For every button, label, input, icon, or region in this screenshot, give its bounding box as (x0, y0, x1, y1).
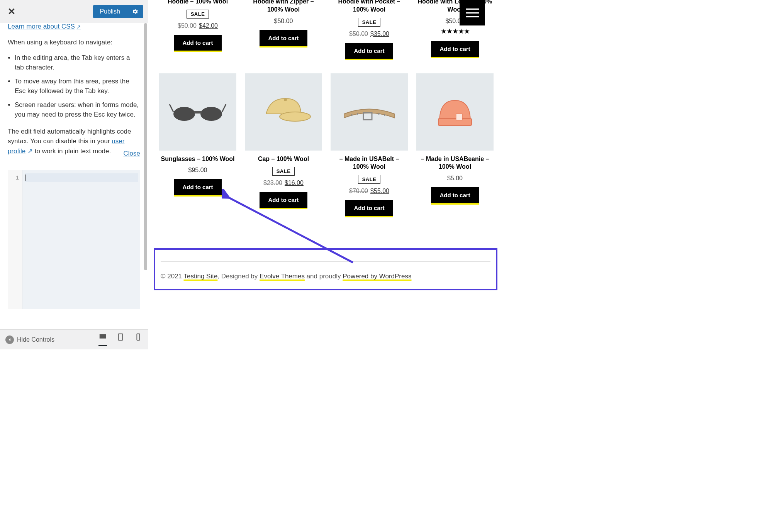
keyboard-help-list: In the editing area, the Tab key enters … (8, 53, 140, 120)
site-preview: Hoodie – 100% Wool SALE $50.00$42.00 Add… (148, 0, 508, 349)
theme-link[interactable]: Evolve Themes (260, 273, 305, 280)
product-row: Sunglasses – 100% Wool $95.00 Add to car… (148, 73, 508, 218)
footer-divider (161, 261, 490, 262)
svg-point-12 (384, 114, 385, 116)
product-price: $95.00 (188, 167, 207, 174)
add-to-cart-button[interactable]: Add to cart (174, 179, 221, 197)
line-gutter: 1 (8, 170, 22, 309)
sunglasses-icon (169, 89, 227, 135)
add-to-cart-button[interactable]: Add to cart (260, 30, 307, 47)
footer-highlight-box: © 2021 Testing Site, Designed by Evolve … (154, 248, 497, 290)
site-link[interactable]: Testing Site (183, 273, 217, 280)
learn-more-link[interactable]: Learn more about CSS ↗ (8, 23, 81, 30)
scrollbar[interactable] (144, 23, 147, 270)
product-row: Hoodie – 100% Wool SALE $50.00$42.00 Add… (148, 0, 508, 60)
svg-rect-13 (438, 119, 472, 125)
mobile-icon[interactable] (134, 333, 143, 346)
star-rating: ★★★★★ (441, 27, 470, 36)
product-card[interactable]: Hoodie with Pocket – 100% Wool SALE $50.… (331, 0, 408, 60)
product-title: – Made in USABelt – 100% Wool (331, 155, 408, 171)
help-bullet: In the editing area, the Tab key enters … (15, 53, 140, 73)
product-image (331, 73, 408, 151)
add-to-cart-button[interactable]: Add to cart (174, 35, 221, 52)
product-card[interactable]: Sunglasses – 100% Wool $95.00 Add to car… (159, 73, 236, 218)
external-link-icon: ↗ (76, 24, 81, 30)
product-price: $23.00$16.00 (263, 180, 304, 186)
product-card[interactable]: – Made in USABeanie – 100% Wool $5.00 Ad… (416, 73, 494, 218)
product-card[interactable]: Hoodie with Zipper – 100% Wool $50.00 Ad… (245, 0, 322, 60)
publish-button[interactable]: Publish (93, 5, 127, 18)
product-title: Cap – 100% Wool (258, 155, 309, 163)
product-price: $70.00$55.00 (349, 188, 389, 195)
product-price: $50.00$35.00 (349, 30, 389, 37)
publish-group: Publish (93, 5, 143, 18)
syntax-highlight-note: The edit field automatically highlights … (8, 127, 140, 159)
sale-badge: SALE (358, 175, 381, 184)
help-bullet: Screen reader users: when in forms mode,… (15, 100, 140, 120)
sidebar-footer: Hide Controls (0, 329, 148, 349)
sale-badge: SALE (272, 167, 295, 176)
product-card[interactable]: Hoodie – 100% Wool SALE $50.00$42.00 Add… (159, 0, 236, 60)
product-card[interactable]: Cap – 100% Wool SALE $23.00$16.00 Add to… (245, 73, 322, 218)
sale-badge: SALE (187, 10, 209, 19)
beanie-icon (426, 89, 484, 135)
product-title: Sunglasses – 100% Wool (161, 155, 235, 163)
product-price: $50.00 (274, 18, 293, 25)
svg-point-4 (200, 107, 222, 121)
text-cursor (25, 175, 26, 181)
settings-gear-button[interactable] (127, 5, 143, 18)
product-title: – Made in USABeanie – 100% Wool (416, 155, 494, 171)
product-card[interactable]: – Made in USABelt – 100% Wool SALE $70.0… (331, 73, 408, 218)
svg-point-9 (351, 114, 353, 116)
svg-point-3 (173, 107, 195, 121)
product-image (159, 73, 236, 151)
sidebar-header: ✕ Publish (0, 0, 148, 23)
help-bullet: To move away from this area, press the E… (15, 76, 140, 96)
add-to-cart-button[interactable]: Add to cart (431, 41, 478, 58)
svg-point-11 (378, 113, 380, 115)
add-to-cart-button[interactable]: Add to cart (345, 43, 393, 60)
svg-rect-0 (119, 334, 123, 341)
customizer-sidebar: ✕ Publish Learn more about CSS ↗ When us… (0, 0, 148, 349)
hide-controls-button[interactable]: Hide Controls (5, 335, 54, 344)
cap-icon (255, 89, 312, 135)
add-to-cart-button[interactable]: Add to cart (260, 192, 307, 209)
close-help-link[interactable]: Close (124, 149, 140, 159)
hamburger-menu-button[interactable] (460, 0, 485, 25)
svg-point-10 (357, 113, 358, 115)
product-title: Hoodie – 100% Wool (168, 0, 228, 6)
svg-rect-1 (137, 334, 139, 341)
desktop-icon[interactable] (98, 333, 107, 346)
powered-by-link[interactable]: Powered by WordPress (343, 273, 411, 280)
belt-icon (340, 89, 398, 135)
product-title: Hoodie with Pocket – 100% Wool (331, 0, 408, 14)
device-preview-icons (98, 333, 143, 346)
svg-rect-14 (456, 114, 462, 120)
product-image (245, 73, 322, 151)
product-price: $5.00 (447, 175, 463, 182)
product-title: Hoodie with Zipper – 100% Wool (245, 0, 322, 14)
add-to-cart-button[interactable]: Add to cart (431, 187, 478, 205)
add-to-cart-button[interactable]: Add to cart (345, 200, 393, 217)
sidebar-body: Learn more about CSS ↗ When using a keyb… (0, 23, 148, 329)
css-editor: 1 (8, 170, 140, 309)
svg-point-6 (280, 112, 310, 121)
external-link-icon: ↗ (27, 147, 33, 155)
gear-icon (132, 8, 139, 15)
sale-badge: SALE (358, 18, 381, 27)
svg-point-7 (284, 98, 287, 101)
css-code-input[interactable] (22, 170, 140, 309)
svg-rect-8 (363, 113, 372, 120)
product-image (416, 73, 494, 151)
close-icon[interactable]: ✕ (5, 5, 19, 19)
product-price: $50.00$42.00 (178, 22, 218, 29)
tablet-icon[interactable] (116, 333, 125, 346)
keyboard-intro: When using a keyboard to navigate: (8, 37, 140, 47)
svg-rect-5 (194, 111, 202, 114)
footer-copyright: © 2021 Testing Site, Designed by Evolve … (161, 273, 490, 280)
collapse-icon (5, 335, 14, 344)
